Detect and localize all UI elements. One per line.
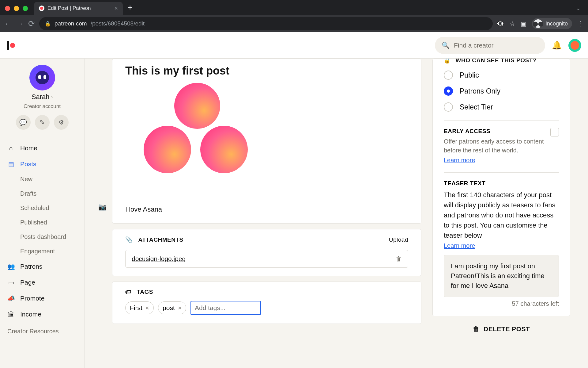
trash-icon: 🗑 bbox=[473, 325, 480, 333]
sidebar-nav: ⌂ Home ▤ Posts New Drafts Scheduled Publ… bbox=[0, 140, 84, 322]
editor-column: 📷 This is my first post I love Asana 📎 bbox=[112, 59, 421, 368]
app-root: 🔍 Find a creator 🔔 Sarah › Creator accou… bbox=[0, 32, 588, 368]
visibility-option-patrons[interactable]: Patrons Only bbox=[444, 86, 559, 96]
browser-chrome: Edit Post | Patreon × + ⌄ ← → ⟳ 🔒 patreo… bbox=[0, 0, 588, 32]
sidebar: Sarah › Creator account 💬 ✎ ⚙ ⌂ Home ▤ P… bbox=[0, 59, 85, 368]
lock-icon: 🔒 bbox=[444, 59, 451, 64]
sidebar-item-label: Home bbox=[20, 144, 37, 152]
logo-bar-icon bbox=[7, 41, 9, 50]
reload-button[interactable]: ⟳ bbox=[28, 19, 36, 29]
account-avatar[interactable] bbox=[568, 39, 581, 52]
teaser-heading: TEASER TEXT bbox=[444, 180, 559, 187]
sidebar-subitem-scheduled[interactable]: Scheduled bbox=[0, 201, 84, 215]
attachments-card: 📎 ATTACHMENTS Upload docusign-logo.jpeg … bbox=[112, 229, 421, 276]
divider bbox=[444, 172, 559, 173]
early-access-checkbox[interactable] bbox=[550, 128, 559, 136]
attachment-filename[interactable]: docusign-logo.jpeg bbox=[132, 255, 186, 263]
upload-button[interactable]: Upload bbox=[389, 236, 408, 243]
sidebar-item-page[interactable]: ▭ Page bbox=[0, 274, 84, 290]
sidebar-item-label: Promote bbox=[20, 295, 44, 302]
tag-input[interactable] bbox=[190, 301, 261, 315]
url-host: patreon.com bbox=[55, 20, 87, 27]
sidebar-footer-resources[interactable]: Creator Resources bbox=[0, 322, 84, 340]
sidebar-item-income[interactable]: 🏛 Income bbox=[0, 306, 84, 322]
sidebar-subitem-engagement[interactable]: Engagement bbox=[0, 244, 84, 259]
sidebar-subitem-dashboard[interactable]: Posts dashboard bbox=[0, 230, 84, 244]
home-icon: ⌂ bbox=[7, 145, 15, 152]
asana-logo-icon bbox=[200, 126, 248, 173]
chevron-right-icon: › bbox=[51, 94, 53, 99]
browser-toolbar: ← → ⟳ 🔒 patreon.com/posts/68054508/edit … bbox=[0, 15, 588, 32]
delete-post-button[interactable]: 🗑 DELETE POST bbox=[432, 325, 570, 333]
window-minimize-icon[interactable] bbox=[14, 6, 19, 11]
tags-card: 🏷 TAGS First × post × bbox=[112, 282, 421, 324]
tag-chip[interactable]: post × bbox=[158, 301, 186, 314]
tags-heading: TAGS bbox=[137, 289, 153, 295]
settings-button[interactable]: ⚙ bbox=[54, 115, 69, 130]
tag-chip-label: post bbox=[163, 304, 175, 312]
tag-remove-icon[interactable]: × bbox=[145, 304, 149, 312]
visibility-heading: WHO CAN SEE THIS POST? bbox=[456, 59, 537, 64]
divider bbox=[444, 120, 559, 121]
camera-icon[interactable]: 📷 bbox=[98, 203, 107, 211]
bank-icon: 🏛 bbox=[7, 311, 15, 318]
panel-icon[interactable]: ▣ bbox=[521, 20, 526, 27]
sidebar-subitem-drafts[interactable]: Drafts bbox=[0, 186, 84, 201]
lock-icon: 🔒 bbox=[45, 21, 51, 27]
star-icon[interactable]: ☆ bbox=[510, 20, 515, 27]
incognito-icon: ⬤⬤ bbox=[534, 19, 542, 28]
teaser-char-count: 57 characters left bbox=[444, 300, 559, 307]
profile-block: Sarah › Creator account 💬 ✎ ⚙ bbox=[0, 61, 84, 132]
window-controls bbox=[5, 6, 28, 11]
attachment-delete-button[interactable]: 🗑 bbox=[396, 255, 402, 263]
sidebar-item-patrons[interactable]: 👥 Patrons bbox=[0, 259, 84, 274]
early-access-learn-more[interactable]: Learn more bbox=[444, 157, 475, 164]
search-input[interactable]: 🔍 Find a creator bbox=[435, 37, 545, 54]
post-settings-card: 🔒 WHO CAN SEE THIS POST? Public Patrons … bbox=[432, 59, 570, 316]
early-access-description: Offer patrons early access to content be… bbox=[444, 137, 550, 155]
sidebar-item-posts[interactable]: ▤ Posts bbox=[0, 156, 84, 172]
tag-remove-icon[interactable]: × bbox=[178, 304, 182, 312]
tab-close-icon[interactable]: × bbox=[114, 5, 118, 12]
search-icon: 🔍 bbox=[442, 42, 450, 49]
address-bar[interactable]: 🔒 patreon.com/posts/68054508/edit bbox=[39, 17, 493, 30]
tag-chip[interactable]: First × bbox=[125, 301, 154, 314]
incognito-badge[interactable]: ⬤⬤ Incognito bbox=[532, 18, 572, 29]
sidebar-subitem-new[interactable]: New bbox=[0, 172, 84, 186]
window-close-icon[interactable] bbox=[5, 6, 10, 11]
post-title[interactable]: This is my first post bbox=[125, 64, 408, 77]
visibility-option-label: Public bbox=[460, 71, 479, 79]
window-maximize-icon[interactable] bbox=[23, 6, 28, 11]
chat-button[interactable]: 💬 bbox=[16, 115, 31, 130]
page-icon: ▭ bbox=[7, 279, 15, 286]
eye-off-icon[interactable]: 👁️‍🗨️ bbox=[496, 20, 504, 27]
visibility-option-label: Patrons Only bbox=[460, 87, 500, 95]
fox-avatar-icon bbox=[571, 41, 579, 50]
back-button[interactable]: ← bbox=[4, 19, 12, 29]
megaphone-icon: 📣 bbox=[7, 295, 15, 302]
compose-button[interactable]: ✎ bbox=[35, 115, 50, 130]
patreon-logo[interactable] bbox=[7, 41, 15, 50]
sidebar-item-label: Page bbox=[20, 279, 35, 286]
profile-name[interactable]: Sarah › bbox=[32, 93, 53, 101]
browser-tab[interactable]: Edit Post | Patreon × bbox=[34, 2, 123, 15]
visibility-option-public[interactable]: Public bbox=[444, 71, 559, 80]
radio-selected-icon bbox=[444, 86, 453, 96]
tabs-menu-icon[interactable]: ⌄ bbox=[576, 5, 581, 11]
notifications-button[interactable]: 🔔 bbox=[551, 39, 563, 52]
post-body-text[interactable]: I love Asana bbox=[125, 205, 408, 213]
avatar-face-icon bbox=[36, 71, 49, 84]
attachments-heading: ATTACHMENTS bbox=[138, 236, 183, 243]
sidebar-item-promote[interactable]: 📣 Promote bbox=[0, 290, 84, 306]
teaser-textarea[interactable]: I am posting my first post on Patreon!Th… bbox=[444, 255, 559, 297]
creator-avatar[interactable] bbox=[29, 65, 55, 90]
kebab-menu-icon[interactable]: ⋮ bbox=[578, 20, 584, 27]
post-image bbox=[144, 83, 251, 175]
new-tab-button[interactable]: + bbox=[128, 3, 132, 12]
teaser-learn-more[interactable]: Learn more bbox=[444, 242, 475, 249]
sidebar-subitem-published[interactable]: Published bbox=[0, 215, 84, 230]
visibility-option-tier[interactable]: Select Tier bbox=[444, 102, 559, 112]
sidebar-item-home[interactable]: ⌂ Home bbox=[0, 140, 84, 156]
tab-strip: Edit Post | Patreon × + ⌄ bbox=[0, 0, 588, 15]
paperclip-icon: 📎 bbox=[125, 236, 133, 243]
